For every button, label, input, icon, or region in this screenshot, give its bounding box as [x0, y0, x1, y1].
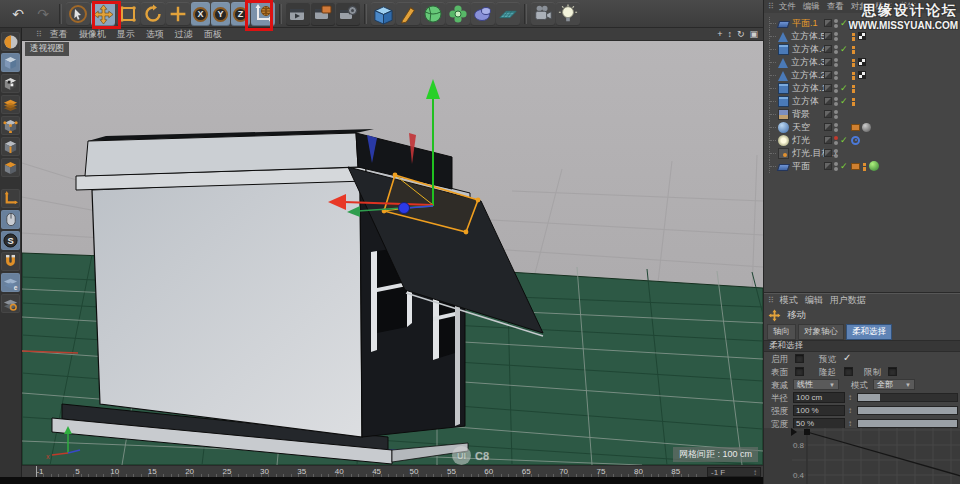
object-row[interactable]: 灯光.目标.1 ✓ — [764, 147, 960, 160]
strength-stepper-icon[interactable]: ↕ — [848, 406, 852, 415]
visibility-dots[interactable] — [834, 136, 838, 145]
object-row[interactable]: 天空 ✓ — [764, 121, 960, 134]
layer-toggle-icon[interactable] — [824, 58, 832, 66]
object-row[interactable]: 立方体 ✓ — [764, 95, 960, 108]
tag-target-icon[interactable] — [851, 136, 860, 145]
layer-toggle-icon[interactable] — [824, 45, 832, 53]
render-view-icon[interactable] — [286, 2, 310, 26]
menu-item[interactable]: 查看 — [827, 1, 844, 13]
edges-mode-icon[interactable] — [1, 137, 20, 156]
visibility-dots[interactable] — [834, 84, 838, 93]
visibility-dots[interactable] — [834, 162, 838, 171]
tag-box-orange-icon[interactable] — [851, 163, 860, 170]
deformer-icon[interactable] — [446, 2, 470, 26]
object-row[interactable]: 灯光 ✓ — [764, 134, 960, 147]
tab-soft-selection[interactable]: 柔和选择 — [846, 324, 892, 340]
menu-item[interactable]: 选项 — [146, 28, 164, 41]
enable-checkbox[interactable] — [795, 354, 804, 363]
layer-toggle-icon[interactable] — [824, 97, 832, 105]
points-mode-icon[interactable] — [1, 116, 20, 135]
strength-slider[interactable] — [857, 406, 958, 415]
panel-grip-icon[interactable]: ⠿ — [768, 296, 774, 305]
falloff-curve-editor[interactable]: 0.8 0.4 — [764, 428, 960, 484]
menu-item[interactable]: 对象 — [851, 1, 868, 13]
radius-field[interactable]: 100 cm — [793, 392, 845, 403]
menu-item[interactable]: 面板 — [204, 28, 222, 41]
object-row[interactable]: 立方体.1 ✓ — [764, 82, 960, 95]
tag-checker-icon[interactable] — [858, 71, 866, 79]
rotate-view-icon[interactable]: ↻ — [737, 29, 745, 39]
tag-checker-icon[interactable] — [858, 32, 866, 40]
strength-field[interactable]: 100 % — [793, 405, 845, 416]
enabled-check-icon[interactable]: ✓ — [840, 83, 849, 93]
pan-view-icon[interactable]: + — [717, 29, 722, 39]
surface-checkbox[interactable] — [795, 367, 804, 376]
magnet-snap-icon[interactable] — [1, 252, 20, 271]
tag-sphere-green-icon[interactable] — [869, 161, 879, 171]
visibility-dots[interactable] — [834, 71, 838, 80]
view-label[interactable]: 透视视图 — [25, 42, 69, 56]
frame-stepper-icon[interactable]: ↕ — [753, 468, 757, 477]
tag-dots-orange-icon[interactable] — [851, 32, 856, 41]
layer-toggle-icon[interactable] — [824, 110, 832, 118]
visibility-dots[interactable] — [834, 19, 838, 28]
tag-box-orange-icon[interactable] — [851, 124, 860, 131]
layer-toggle-icon[interactable] — [824, 162, 832, 170]
bulge-checkbox[interactable] — [844, 367, 853, 376]
toggle-view-icon[interactable]: ▣ — [749, 29, 758, 39]
texture-mode-icon[interactable] — [1, 74, 20, 93]
menu-item[interactable]: 过滤 — [175, 28, 193, 41]
camera-icon[interactable] — [531, 2, 555, 26]
object-row[interactable]: 背景 ✓ — [764, 108, 960, 121]
layer-toggle-icon[interactable] — [824, 123, 832, 131]
menu-item[interactable]: 显示 — [117, 28, 135, 41]
tweak-mode-icon[interactable] — [1, 210, 20, 229]
spline-pen-icon[interactable] — [396, 2, 420, 26]
panel-grip-icon[interactable]: ⠿ — [36, 30, 42, 39]
enabled-check-icon[interactable]: ✓ — [840, 96, 849, 106]
visibility-dots[interactable] — [834, 45, 838, 54]
rotate-tool-icon[interactable] — [141, 2, 165, 26]
snap-toggle-icon[interactable]: S — [1, 231, 20, 250]
redo-icon[interactable]: ↷ — [31, 2, 55, 26]
enabled-check-icon[interactable]: ✓ — [840, 135, 849, 145]
menu-item[interactable]: 书签 — [899, 1, 916, 13]
visibility-dots[interactable] — [834, 149, 838, 158]
menu-item[interactable]: 编辑 — [805, 294, 823, 307]
tag-sphere-gray-icon[interactable] — [862, 123, 871, 132]
zoom-view-icon[interactable]: ↕ — [727, 29, 732, 39]
curve-knot[interactable] — [804, 429, 810, 435]
tag-dots-orange-icon[interactable] — [851, 71, 856, 80]
object-row[interactable]: 立方体.2 ✓ — [764, 69, 960, 82]
last-used-tool-icon[interactable] — [166, 2, 190, 26]
render-settings-icon[interactable] — [336, 2, 360, 26]
model-mode-icon[interactable] — [1, 53, 20, 72]
floor-environment-icon[interactable] — [496, 2, 520, 26]
preview-checkbox[interactable]: ✓ — [843, 354, 852, 363]
timeline-ruler[interactable]: -151015202530354045505560657075808590 -1… — [22, 465, 763, 477]
tab-object-axis[interactable]: 对象轴心 — [798, 324, 844, 340]
tag-dots-orange-icon[interactable] — [851, 97, 856, 106]
live-selection-icon[interactable] — [66, 2, 90, 26]
layer-toggle-icon[interactable] — [824, 71, 832, 79]
light-icon[interactable] — [556, 2, 580, 26]
current-frame-field[interactable]: -1 F ↕ — [707, 467, 761, 477]
tag-dots-orange-icon[interactable] — [851, 58, 856, 67]
visibility-dots[interactable] — [834, 97, 838, 106]
render-picture-viewer-icon[interactable] — [311, 2, 335, 26]
cube-primitive-icon[interactable] — [371, 2, 395, 26]
layer-toggle-icon[interactable] — [824, 136, 832, 144]
falloff-dropdown[interactable]: 线性▼ — [793, 379, 839, 390]
layer-toggle-icon[interactable] — [824, 84, 832, 92]
width-slider[interactable] — [857, 419, 958, 428]
object-row[interactable]: 立方体.5 ✓ — [764, 30, 960, 43]
menu-item[interactable]: 摄像机 — [79, 28, 106, 41]
menu-item[interactable]: 标签 — [875, 1, 892, 13]
menu-item[interactable]: 查看 — [50, 28, 68, 41]
object-row[interactable]: 立方体.3 ✓ — [764, 56, 960, 69]
object-row[interactable]: 平面.1 ✓ — [764, 17, 960, 30]
tag-dots-orange-icon[interactable] — [851, 45, 856, 54]
mode-dropdown[interactable]: 全部▼ — [873, 379, 915, 390]
workplane-lock-icon[interactable]: e — [1, 273, 20, 292]
enabled-check-icon[interactable]: ✓ — [840, 18, 849, 28]
